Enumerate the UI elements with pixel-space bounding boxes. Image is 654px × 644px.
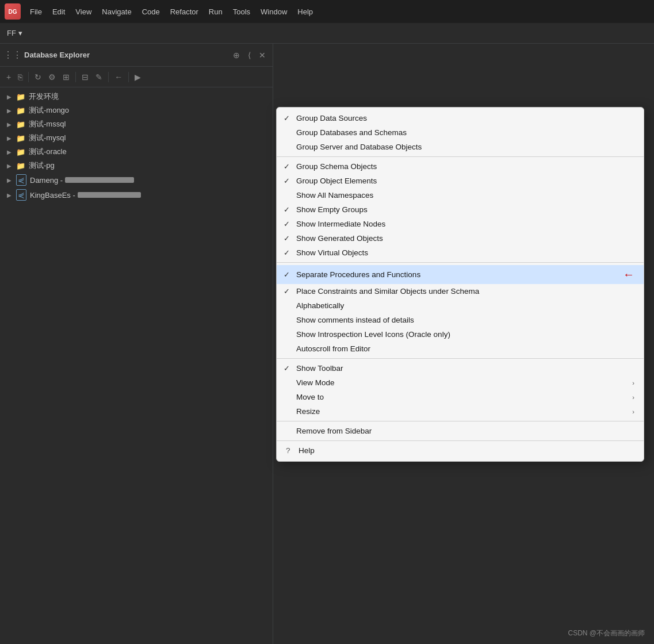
add-datasource-btn[interactable]: ⊕ bbox=[231, 49, 242, 61]
edit-btn[interactable]: ✎ bbox=[93, 71, 105, 83]
check-mark-icon: ✓ bbox=[284, 234, 293, 243]
folder-icon: 📁 bbox=[16, 162, 25, 170]
ctx-menu-item-label: Show Generated Objects bbox=[296, 234, 634, 243]
help-icon: ? bbox=[286, 446, 295, 455]
menu-item-view[interactable]: View bbox=[71, 5, 96, 18]
table-btn[interactable]: ⊟ bbox=[79, 71, 91, 83]
tree-item-label: KingBaseEs - bbox=[30, 191, 75, 200]
ctx-menu-item-show-all-namespaces[interactable]: Show All Namespaces bbox=[277, 188, 644, 202]
ctx-menu-item-move-to[interactable]: Move to› bbox=[277, 390, 644, 404]
tree-item-label: 测试-pg bbox=[29, 160, 55, 171]
menu-item-help[interactable]: Help bbox=[293, 5, 318, 18]
menu-item-edit[interactable]: Edit bbox=[48, 5, 70, 18]
tree-item-dameng[interactable]: ▶⋞Dameng - bbox=[0, 172, 273, 187]
ctx-menu-item-help[interactable]: ?Help bbox=[277, 443, 644, 458]
ff-label[interactable]: FF ▾ bbox=[7, 29, 22, 37]
ctx-menu-item-label: Show comments instead of details bbox=[296, 316, 634, 324]
menu-bar: FileEditViewNavigateCodeRefactorRunTools… bbox=[25, 5, 318, 18]
ctx-menu-item-view-mode[interactable]: View Mode› bbox=[277, 375, 644, 390]
menu-item-tools[interactable]: Tools bbox=[228, 5, 255, 18]
ctx-menu-item-label: Separate Procedures and Functions bbox=[296, 270, 615, 279]
folder-icon: 📁 bbox=[16, 106, 25, 115]
expand-arrow[interactable]: ▶ bbox=[7, 108, 14, 114]
tree-item-ceshi-mongo[interactable]: ▶📁测试-mongo bbox=[0, 103, 273, 117]
menu-item-refactor[interactable]: Refactor bbox=[166, 5, 203, 18]
ctx-menu-item-group-data-sources[interactable]: ✓Group Data Sources bbox=[277, 111, 644, 125]
ctx-menu-item-autoscroll-editor[interactable]: Autoscroll from Editor bbox=[277, 342, 644, 356]
ctx-menu-item-label: Show Introspection Level Icons (Oracle o… bbox=[296, 330, 634, 339]
ff-dropdown-arrow[interactable]: ▾ bbox=[18, 29, 22, 37]
ctx-menu-item-group-databases-schemas[interactable]: Group Databases and Schemas bbox=[277, 125, 644, 140]
ctx-menu-item-show-toolbar[interactable]: ✓Show Toolbar bbox=[277, 361, 644, 375]
sidebar-close-btn[interactable]: ✕ bbox=[257, 49, 268, 61]
expand-arrow[interactable]: ▶ bbox=[7, 135, 14, 141]
menu-section-divider bbox=[277, 156, 644, 157]
tree-item-label: 测试-mssql bbox=[29, 119, 66, 129]
expand-arrow[interactable]: ▶ bbox=[7, 149, 14, 155]
run-btn[interactable]: ▶ bbox=[132, 71, 144, 83]
ctx-menu-item-label: Show Empty Groups bbox=[296, 205, 634, 214]
ctx-menu-item-show-virtual-objects[interactable]: ✓Show Virtual Objects bbox=[277, 246, 644, 260]
check-mark-icon: ✓ bbox=[284, 220, 293, 228]
menu-item-navigate[interactable]: Navigate bbox=[97, 5, 136, 18]
menu-item-file[interactable]: File bbox=[25, 5, 47, 18]
tree-item-kingbasees[interactable]: ▶⋞KingBaseEs - bbox=[0, 187, 273, 202]
folder-icon: 📁 bbox=[16, 120, 25, 129]
tree-item-ceshi-pg[interactable]: ▶📁测试-pg bbox=[0, 159, 273, 172]
refresh-btn[interactable]: ↻ bbox=[32, 71, 44, 83]
copy-btn[interactable]: ⎘ bbox=[15, 71, 25, 83]
ctx-menu-item-remove-from-sidebar[interactable]: Remove from Sidebar bbox=[277, 424, 644, 438]
tree-item-ceshi-oracle[interactable]: ▶📁测试-oracle bbox=[0, 145, 273, 159]
expand-arrow[interactable]: ▶ bbox=[7, 121, 14, 128]
toolbar-divider-4 bbox=[128, 72, 129, 82]
ctx-menu-item-show-comments[interactable]: Show comments instead of details bbox=[277, 313, 644, 327]
expand-arrow[interactable]: ▶ bbox=[7, 163, 14, 169]
ctx-menu-item-label: Move to bbox=[296, 393, 629, 401]
ctx-menu-item-label: Group Data Sources bbox=[296, 114, 634, 122]
ctx-menu-item-label: View Mode bbox=[296, 378, 629, 387]
ctx-menu-item-group-object-elements[interactable]: ✓Group Object Elements bbox=[277, 174, 644, 188]
add-btn[interactable]: + bbox=[3, 71, 14, 83]
db-icon: ⋞ bbox=[16, 174, 26, 186]
menu-item-run[interactable]: Run bbox=[204, 5, 227, 18]
tree-item-ceshi-mysql[interactable]: ▶📁测试-mysql bbox=[0, 131, 273, 145]
ctx-menu-item-show-introspection[interactable]: Show Introspection Level Icons (Oracle o… bbox=[277, 327, 644, 342]
tree-item-ceshi-mssql[interactable]: ▶📁测试-mssql bbox=[0, 117, 273, 131]
ctx-menu-item-group-server-database-objects[interactable]: Group Server and Database Objects bbox=[277, 140, 644, 154]
schema-btn[interactable]: ⊞ bbox=[60, 71, 72, 83]
folder-icon: 📁 bbox=[16, 148, 25, 156]
tree-item-label: 测试-oracle bbox=[29, 147, 67, 157]
menu-section-divider bbox=[277, 262, 644, 263]
tree-item-kaifahuanjing[interactable]: ▶📁开发环境 bbox=[0, 90, 273, 103]
ctx-menu-item-label: Group Schema Objects bbox=[296, 162, 634, 171]
ctx-menu-item-label: Autoscroll from Editor bbox=[296, 344, 634, 353]
sidebar-header: ⋮⋮ Database Explorer ⊕ ⟨ ✕ bbox=[0, 44, 273, 67]
menu-item-code[interactable]: Code bbox=[137, 5, 165, 18]
ctx-menu-item-alphabetically[interactable]: Alphabetically bbox=[277, 298, 644, 313]
ctx-menu-item-label: Group Databases and Schemas bbox=[296, 128, 634, 137]
sidebar-collapse-btn[interactable]: ⟨ bbox=[246, 49, 253, 61]
expand-arrow[interactable]: ▶ bbox=[7, 177, 14, 183]
ctx-menu-item-group-schema-objects[interactable]: ✓Group Schema Objects bbox=[277, 159, 644, 174]
ctx-menu-item-show-generated-objects[interactable]: ✓Show Generated Objects bbox=[277, 231, 644, 246]
sidebar-dots-menu[interactable]: ⋮⋮ bbox=[5, 49, 21, 60]
menu-section-divider bbox=[277, 440, 644, 441]
check-mark-icon: ✓ bbox=[284, 287, 293, 296]
expand-arrow[interactable]: ▶ bbox=[7, 94, 14, 100]
ctx-menu-item-resize[interactable]: Resize› bbox=[277, 404, 644, 419]
ctx-menu-item-label: Remove from Sidebar bbox=[296, 427, 634, 435]
settings-btn[interactable]: ⚙ bbox=[45, 71, 59, 83]
menu-item-window[interactable]: Window bbox=[256, 5, 292, 18]
blurred-connection-text bbox=[65, 177, 134, 183]
ctx-menu-item-place-constraints[interactable]: ✓Place Constraints and Similar Objects u… bbox=[277, 284, 644, 298]
expand-arrow[interactable]: ▶ bbox=[7, 192, 14, 198]
tree-area[interactable]: ▶📁开发环境▶📁测试-mongo▶📁测试-mssql▶📁测试-mysql▶📁测试… bbox=[0, 87, 273, 644]
folder-icon: 📁 bbox=[16, 134, 25, 143]
ctx-menu-item-show-empty-groups[interactable]: ✓Show Empty Groups bbox=[277, 202, 644, 217]
ctx-menu-item-label: Show Virtual Objects bbox=[296, 248, 634, 257]
ctx-menu-item-show-intermediate-nodes[interactable]: ✓Show Intermediate Nodes bbox=[277, 217, 644, 231]
red-arrow-annotation: ← bbox=[623, 268, 634, 281]
submenu-arrow-icon: › bbox=[632, 379, 634, 386]
ctx-menu-item-separate-procedures-functions[interactable]: ✓Separate Procedures and Functions← bbox=[277, 265, 644, 284]
back-btn[interactable]: ← bbox=[112, 71, 125, 83]
